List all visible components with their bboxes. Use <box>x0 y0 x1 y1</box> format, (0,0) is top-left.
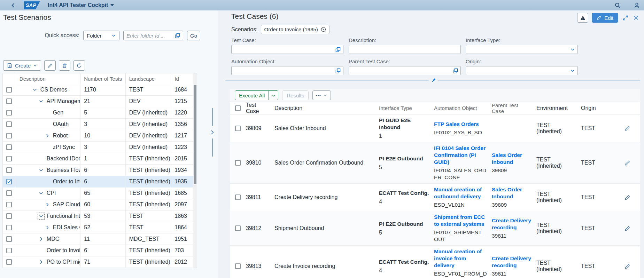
parent-test-case-link[interactable]: Create Delivery recording <box>492 217 532 231</box>
row-checkbox[interactable] <box>235 194 241 200</box>
tree-row[interactable]: EDI Sales Orders52TEST1864 <box>3 222 197 233</box>
execute-all-menu-arrow[interactable] <box>269 91 278 100</box>
filter-select-origin[interactable] <box>466 66 578 75</box>
scrollbar-thumb[interactable] <box>194 85 196 184</box>
row-checkbox[interactable] <box>6 190 12 196</box>
edit-row-button[interactable] <box>624 263 630 269</box>
token-remove-icon[interactable] <box>321 27 326 32</box>
column-header-id[interactable]: Id <box>171 73 197 84</box>
row-checkbox[interactable] <box>235 263 241 269</box>
tree-row[interactable]: Gen5DEV (Inherited)1220 <box>3 107 197 119</box>
column-header-parent-test-case[interactable]: Parent Test Case <box>492 102 536 114</box>
row-checkbox[interactable] <box>6 98 12 104</box>
row-checkbox[interactable] <box>6 236 12 242</box>
filter-select-interface-type[interactable] <box>466 45 578 54</box>
row-checkbox[interactable] <box>6 225 12 230</box>
create-button[interactable]: Create <box>3 60 41 71</box>
parent-test-case-link[interactable]: Sales Order Inbound <box>492 152 532 166</box>
automation-object-link[interactable]: IFI 0104 Sales Order Confirmation (PI GU… <box>434 145 487 166</box>
value-help-icon[interactable] <box>335 68 341 73</box>
test-case-row[interactable]: 39810Sales Order Confirmation OutboundPI… <box>230 142 640 184</box>
delete-scenario-button[interactable] <box>59 60 70 71</box>
messages-warning-button[interactable] <box>577 13 588 23</box>
execute-all-button[interactable]: Execute All <box>235 91 269 100</box>
tree-row[interactable]: API Management21DEV1215 <box>3 96 197 107</box>
test-case-row[interactable]: 39812Shipment OutboundPI E2E Outbound5Sh… <box>230 211 640 246</box>
test-case-row[interactable]: 39811Create Delivery recordingECATT Test… <box>230 184 640 211</box>
column-header-interface-type[interactable]: Interface Type <box>379 105 434 111</box>
row-checkbox[interactable] <box>6 121 12 127</box>
filter-input-test-case[interactable] <box>231 45 343 54</box>
tree-row[interactable]: SAP Cloud Inte...60TEST (Inherited)2097 <box>3 199 197 211</box>
column-header-automation-object[interactable]: Automation Object <box>434 105 492 111</box>
column-header-description[interactable]: Description <box>16 73 80 84</box>
go-button[interactable]: Go <box>187 31 200 40</box>
parent-test-case-link[interactable]: Sales Order Inbound <box>492 186 532 200</box>
tree-row[interactable]: Functional Interfa...53TEST1863 <box>3 211 197 222</box>
row-checkbox[interactable] <box>235 160 241 166</box>
close-icon[interactable] <box>633 15 639 21</box>
edit-row-button[interactable] <box>624 194 630 200</box>
tree-row[interactable]: CS Demos1170TEST1684 <box>3 84 197 96</box>
collapse-icon[interactable] <box>38 190 44 196</box>
value-help-icon[interactable] <box>335 47 341 52</box>
expand-icon[interactable] <box>38 259 44 265</box>
search-icon[interactable] <box>615 2 621 8</box>
tree-row[interactable]: CPI65TEST (Inherited)1685 <box>3 188 197 199</box>
row-checkbox[interactable] <box>6 167 12 173</box>
tree-row[interactable]: OAuth3DEV (Inherited)1356 <box>3 119 197 130</box>
expand-icon[interactable] <box>45 202 50 207</box>
row-checkbox[interactable] <box>6 202 12 207</box>
user-avatar-icon[interactable] <box>634 2 640 8</box>
expand-icon[interactable] <box>45 133 50 138</box>
filter-input-parent-test-case[interactable] <box>349 66 461 75</box>
refresh-button[interactable] <box>73 60 85 71</box>
column-header-landscape[interactable]: Landscape <box>126 73 171 84</box>
tree-row[interactable]: zPI Sync3DEV (Inherited)1223 <box>3 142 197 153</box>
collapse-icon[interactable] <box>38 213 44 219</box>
column-header-description[interactable]: Description <box>274 105 379 111</box>
tree-row[interactable]: Business Flow Tes...6TEST (Inherited)193… <box>3 165 197 176</box>
row-checkbox[interactable] <box>6 259 12 265</box>
test-case-row[interactable]: 39809Sales Order InboundPI GUID E2E Inbo… <box>230 114 640 142</box>
splitter-collapse-icon[interactable] <box>210 129 215 135</box>
select-all-checkbox[interactable] <box>235 105 241 111</box>
tree-row[interactable]: Robot10DEV (Inherited)1217 <box>3 130 197 142</box>
column-header-origin[interactable]: Origin <box>581 105 619 111</box>
automation-object-link[interactable]: FTP Sales Orders <box>434 121 487 128</box>
tree-row[interactable]: Order to Invoice6TEST (Inherited)1935 <box>3 176 197 188</box>
tree-row[interactable]: Order to Invoice6TEST (Inherited)703 <box>3 245 197 256</box>
collapse-icon[interactable] <box>38 167 44 173</box>
value-help-icon[interactable] <box>453 68 458 73</box>
edit-row-button[interactable] <box>624 125 630 131</box>
row-checkbox[interactable] <box>235 225 241 231</box>
automation-object-link[interactable]: Manual creation of outbound delivery <box>434 186 487 200</box>
full-screen-icon[interactable] <box>622 15 629 21</box>
back-icon[interactable] <box>10 3 16 8</box>
test-case-row[interactable]: 39813Create Invoice recordingECATT Test … <box>230 246 640 278</box>
row-checkbox[interactable] <box>6 144 12 150</box>
results-button[interactable]: Results <box>282 90 309 100</box>
expand-icon[interactable] <box>38 236 44 242</box>
edit-scenario-button[interactable] <box>44 60 56 71</box>
filter-input-automation-object[interactable] <box>231 66 343 75</box>
row-checkbox[interactable] <box>6 87 12 93</box>
column-header-environment[interactable]: Environment <box>536 105 581 111</box>
row-checkbox[interactable] <box>6 213 12 219</box>
automation-object-link[interactable]: Manual creation of invoice from delivery <box>434 248 487 269</box>
expand-icon[interactable] <box>45 225 50 230</box>
column-header-test-case[interactable]: Test Case <box>246 102 274 114</box>
tree-row[interactable]: PO to CPI migration71TEST (Inherited)201… <box>3 256 197 268</box>
collapse-icon[interactable] <box>32 87 38 93</box>
row-checkbox[interactable] <box>6 133 12 138</box>
collapse-icon[interactable] <box>38 98 44 104</box>
row-checkbox[interactable] <box>235 126 241 131</box>
app-title-menu[interactable]: Int4 API Tester Cockpit <box>48 2 114 8</box>
filter-input-description[interactable] <box>349 45 461 54</box>
tree-row[interactable]: MDG11MDG_TEST1951 <box>3 233 197 245</box>
row-checkbox[interactable] <box>6 179 12 184</box>
row-checkbox[interactable] <box>6 110 12 116</box>
folder-id-input[interactable]: Enter folder Id ... <box>123 31 183 40</box>
row-checkbox[interactable] <box>6 248 12 253</box>
scenario-token[interactable]: Order to Invoice (1935) <box>261 25 329 34</box>
